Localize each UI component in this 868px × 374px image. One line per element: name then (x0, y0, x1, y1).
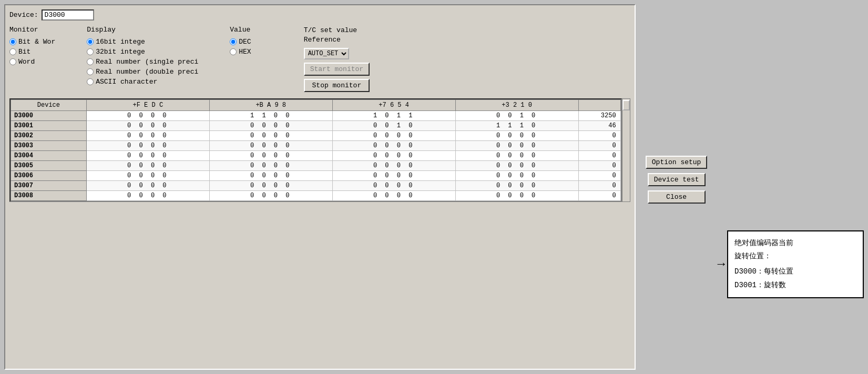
monitor-bit-radio[interactable] (9, 48, 16, 55)
cell-col3: 0 0 1 0 (332, 121, 455, 131)
cell-col2: 0 0 0 0 (209, 141, 332, 151)
cell-col3: 0 0 0 0 (332, 131, 455, 141)
cell-col2: 0 0 0 0 (209, 151, 332, 161)
scroll-thumb[interactable] (622, 100, 630, 110)
display-16bit-label: 16bit intege (96, 38, 145, 46)
value-hex-label: HEX (239, 48, 251, 56)
cell-value: 0 (578, 171, 620, 181)
display-16bit-radio[interactable] (87, 38, 94, 45)
cell-device: D3002 (11, 131, 87, 141)
monitor-bw-row: Bit & Wor (9, 38, 55, 46)
tooltip-area: → 绝对值编码器当前 旋转位置： D3000：每转位置 D3001：旋转数 (718, 230, 864, 298)
tooltip-line2: 旋转位置： (734, 250, 856, 263)
tc-section: T/C set valueReference AUTO_SET MANUAL S… (304, 26, 370, 92)
table-header-row: Device +F E D C +B A 9 8 +7 6 5 4 +3 2 1… (11, 100, 621, 111)
stop-monitor-button[interactable]: Stop monitor (304, 79, 370, 92)
vertical-scrollbar[interactable] (622, 98, 630, 202)
cell-col4: 1 1 1 0 (455, 121, 578, 131)
cell-device: D3006 (11, 171, 87, 181)
cell-col1: 0 0 0 0 (86, 161, 209, 171)
display-32bit-row: 32bit intege (87, 48, 198, 56)
start-monitor-button[interactable]: Start monitor (304, 63, 370, 76)
data-table: Device +F E D C +B A 9 8 +7 6 5 4 +3 2 1… (11, 99, 621, 201)
display-32bit-radio[interactable] (87, 48, 94, 55)
value-group: Value DEC HEX (230, 26, 251, 56)
cell-col1: 0 0 0 0 (86, 131, 209, 141)
cell-device: D3008 (11, 191, 87, 201)
cell-device: D3000 (11, 111, 87, 121)
monitor-title: Monitor (9, 26, 55, 34)
display-real-single-radio[interactable] (87, 58, 94, 65)
option-setup-button[interactable]: Option setup (646, 156, 708, 169)
cell-col3: 0 0 0 0 (332, 151, 455, 161)
cell-value: 0 (578, 151, 620, 161)
cell-device: D3005 (11, 161, 87, 171)
cell-col4: 0 0 0 0 (455, 151, 578, 161)
cell-value: 0 (578, 141, 620, 151)
device-input[interactable] (42, 9, 94, 21)
table-row: D3003 0 0 0 0 0 0 0 0 0 0 0 0 0 0 0 0 0 (11, 141, 621, 151)
monitor-word-label: Word (18, 58, 35, 66)
tooltip-box: 绝对值编码器当前 旋转位置： D3000：每转位置 D3001：旋转数 (727, 230, 864, 298)
monitor-bit-row: Bit (9, 48, 55, 56)
col-7654: +7 6 5 4 (332, 100, 455, 111)
monitor-bw-label: Bit & Wor (18, 38, 55, 46)
options-section: Monitor Bit & Wor Bit Word Display (9, 26, 630, 92)
display-real-single-row: Real number (single preci (87, 58, 198, 66)
display-real-double-row: Real number (double preci (87, 68, 198, 76)
cell-col2: 0 0 0 0 (209, 191, 332, 201)
col-device: Device (11, 100, 87, 111)
cell-col4: 0 0 0 0 (455, 161, 578, 171)
table-row: D3002 0 0 0 0 0 0 0 0 0 0 0 0 0 0 0 0 0 (11, 131, 621, 141)
main-container: Device: Monitor Bit & Wor Bit Word (0, 0, 868, 374)
tooltip-line1: 绝对值编码器当前 (734, 237, 856, 250)
monitor-group: Monitor Bit & Wor Bit Word (9, 26, 55, 66)
col-value (578, 100, 620, 111)
cell-col4: 0 0 0 0 (455, 191, 578, 201)
cell-col3: 0 0 0 0 (332, 161, 455, 171)
cell-device: D3004 (11, 151, 87, 161)
cell-device: D3001 (11, 121, 87, 131)
device-test-button[interactable]: Device test (648, 173, 706, 186)
tooltip-line4: D3001：旋转数 (734, 279, 856, 292)
value-dec-row: DEC (230, 38, 251, 46)
value-hex-radio[interactable] (230, 48, 237, 55)
value-dec-label: DEC (239, 38, 251, 46)
monitor-bit-label: Bit (18, 48, 30, 56)
cell-col4: 0 0 0 0 (455, 181, 578, 191)
cell-col3: 0 0 0 0 (332, 181, 455, 191)
cell-value: 0 (578, 181, 620, 191)
monitor-word-row: Word (9, 58, 55, 66)
device-row: Device: (9, 9, 630, 21)
cell-device: D3007 (11, 181, 87, 191)
display-real-double-label: Real number (double preci (96, 68, 198, 76)
display-ascii-label: ASCII character (96, 78, 157, 86)
display-16bit-row: 16bit intege (87, 38, 198, 46)
display-ascii-radio[interactable] (87, 78, 94, 85)
table-section: Device +F E D C +B A 9 8 +7 6 5 4 +3 2 1… (9, 98, 630, 202)
cell-device: D3003 (11, 141, 87, 151)
cell-col2: 0 0 0 0 (209, 171, 332, 181)
tc-select[interactable]: AUTO_SET MANUAL (304, 48, 349, 59)
col-ba98: +B A 9 8 (209, 100, 332, 111)
cell-col4: 0 0 0 0 (455, 171, 578, 181)
cell-col2: 0 0 0 0 (209, 181, 332, 191)
cell-value: 0 (578, 161, 620, 171)
display-group: Display 16bit intege 32bit intege Real n… (87, 26, 198, 86)
monitor-word-radio[interactable] (9, 58, 16, 65)
col-fedc: +F E D C (86, 100, 209, 111)
cell-col3: 0 0 0 0 (332, 191, 455, 201)
cell-col3: 0 0 0 0 (332, 171, 455, 181)
table-row: D3006 0 0 0 0 0 0 0 0 0 0 0 0 0 0 0 0 0 (11, 171, 621, 181)
value-dec-radio[interactable] (230, 38, 237, 45)
table-row: D3004 0 0 0 0 0 0 0 0 0 0 0 0 0 0 0 0 0 (11, 151, 621, 161)
cell-col3: 0 0 0 0 (332, 141, 455, 151)
display-real-double-radio[interactable] (87, 68, 94, 75)
table-wrapper: Device +F E D C +B A 9 8 +7 6 5 4 +3 2 1… (9, 98, 622, 202)
monitor-bw-radio[interactable] (9, 38, 16, 45)
cell-col2: 0 0 0 0 (209, 131, 332, 141)
value-hex-row: HEX (230, 48, 251, 56)
value-title: Value (230, 26, 251, 34)
close-button[interactable]: Close (648, 190, 706, 204)
table-row: D3007 0 0 0 0 0 0 0 0 0 0 0 0 0 0 0 0 0 (11, 181, 621, 191)
